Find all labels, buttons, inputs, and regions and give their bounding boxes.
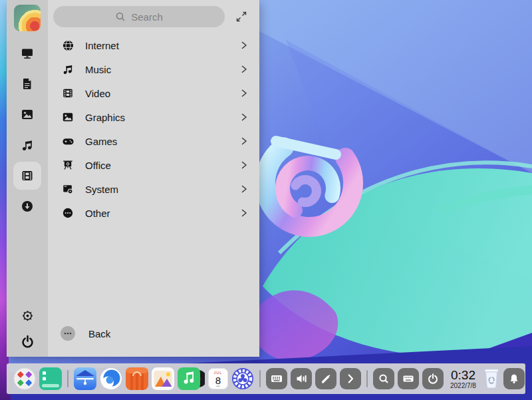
- multitasking-view-icon: [39, 367, 62, 390]
- notifications-button[interactable]: [503, 368, 525, 389]
- file-manager-button[interactable]: [74, 367, 96, 390]
- calendar-day: 8: [215, 375, 221, 386]
- expand-icon: [235, 10, 248, 23]
- category-item-internet[interactable]: Internet: [48, 33, 259, 57]
- document-icon: [21, 77, 34, 91]
- globe-icon: [61, 39, 74, 52]
- screen-annotation-button[interactable]: [315, 368, 336, 389]
- chevron-right-icon: [239, 41, 249, 50]
- fullscreen-toggle-button[interactable]: [233, 8, 250, 25]
- category-item-graphics[interactable]: Graphics: [48, 105, 259, 129]
- chevron-right-icon: [239, 208, 249, 218]
- desktop: Search: [0, 0, 532, 400]
- browser-icon: [100, 367, 122, 390]
- browser-button[interactable]: [100, 367, 122, 390]
- sidebar-item-computer[interactable]: [13, 39, 41, 67]
- app-store-icon: [126, 367, 148, 390]
- category-item-games[interactable]: Games: [48, 129, 259, 153]
- expand-tray-button[interactable]: [340, 368, 361, 389]
- search-icon: [378, 373, 390, 385]
- launcher-button[interactable]: [13, 367, 36, 390]
- trash-button[interactable]: [483, 369, 500, 389]
- settings-wheel-icon: [21, 309, 34, 322]
- defender-button[interactable]: [231, 367, 254, 390]
- volume-button[interactable]: [291, 368, 312, 389]
- back-label: Back: [88, 328, 110, 339]
- category-item-office[interactable]: Office: [48, 153, 259, 177]
- calendar-button[interactable]: JUL 8: [208, 368, 228, 389]
- image-icon: [61, 110, 74, 124]
- gamepad-icon: [61, 134, 74, 148]
- sidebar-item-downloads[interactable]: [13, 192, 41, 220]
- grand-search-button[interactable]: [373, 368, 394, 389]
- calendar-icon: JUL 8: [208, 368, 228, 389]
- input-method-button[interactable]: [266, 368, 287, 389]
- launcher-settings-button[interactable]: [17, 305, 37, 325]
- launcher-main: Search: [48, 0, 259, 357]
- clock-date: 2022/7/8: [450, 382, 476, 389]
- trash-icon: [483, 369, 500, 389]
- photos-icon: [152, 367, 174, 390]
- category-label: Video: [85, 88, 110, 99]
- pen-icon: [320, 373, 332, 385]
- chevron-right-icon: [239, 136, 249, 146]
- volume-icon: [295, 373, 307, 385]
- search-input[interactable]: Search: [53, 6, 225, 27]
- category-label: System: [85, 184, 118, 195]
- sidebar-item-music[interactable]: [13, 131, 41, 159]
- onscreen-keyboard-button[interactable]: [398, 368, 419, 389]
- sidebar-item-videos[interactable]: [13, 162, 41, 190]
- defender-icon: [231, 367, 254, 390]
- category-item-other[interactable]: Other: [48, 201, 259, 225]
- film-icon: [61, 87, 74, 100]
- app-store-button[interactable]: [126, 367, 148, 390]
- chevron-right-icon: [344, 373, 356, 385]
- search-row: Search: [48, 0, 259, 33]
- search-placeholder: Search: [131, 11, 163, 23]
- taskbar-separator: [259, 370, 261, 387]
- taskbar-separator: [366, 370, 368, 387]
- category-item-video[interactable]: Video: [48, 81, 259, 105]
- sidebar-item-pictures[interactable]: [13, 100, 41, 128]
- clock[interactable]: 0:32 2022/7/8: [450, 369, 476, 389]
- film-icon: [21, 169, 34, 182]
- chevron-right-icon: [239, 65, 249, 74]
- music-note-icon: [61, 63, 74, 76]
- system-window-icon: [61, 182, 74, 196]
- launcher-panel: Search: [7, 0, 259, 357]
- chevron-right-icon: [239, 112, 249, 122]
- launcher-icon: [13, 367, 36, 390]
- keyboard-icon: [271, 373, 283, 385]
- power-icon: [21, 335, 35, 349]
- shutdown-button[interactable]: [422, 368, 444, 389]
- music-app-icon: [178, 367, 205, 390]
- ellipsis-circle-icon: [61, 206, 74, 220]
- music-note-icon: [21, 138, 34, 152]
- sidebar-item-documents[interactable]: [13, 70, 41, 98]
- category-label: Office: [85, 160, 111, 171]
- chevron-right-icon: [239, 184, 249, 194]
- category-label: Graphics: [85, 112, 125, 123]
- photos-button[interactable]: [152, 367, 174, 390]
- category-label: Other: [85, 208, 110, 219]
- back-button[interactable]: Back: [61, 326, 110, 341]
- category-label: Music: [85, 64, 111, 75]
- category-item-music[interactable]: Music: [48, 57, 259, 81]
- music-app-button[interactable]: [178, 367, 205, 390]
- launcher-sidebar: [7, 0, 48, 357]
- category-item-system[interactable]: System: [48, 177, 259, 201]
- category-label: Games: [85, 136, 117, 147]
- chevron-right-icon: [239, 89, 249, 98]
- category-label: Internet: [85, 40, 119, 51]
- pictures-icon: [21, 108, 34, 121]
- search-icon: [115, 11, 126, 22]
- avatar[interactable]: [14, 5, 41, 31]
- sidebar-bottom: [7, 305, 48, 357]
- bell-icon: [508, 373, 520, 385]
- onscreen-keyboard-icon: [402, 373, 414, 385]
- taskbar-separator: [67, 370, 68, 387]
- sidebar-quick-access: [13, 39, 41, 220]
- launcher-power-button[interactable]: [17, 331, 37, 351]
- downloads-icon: [21, 200, 34, 213]
- multitasking-view-button[interactable]: [39, 367, 62, 390]
